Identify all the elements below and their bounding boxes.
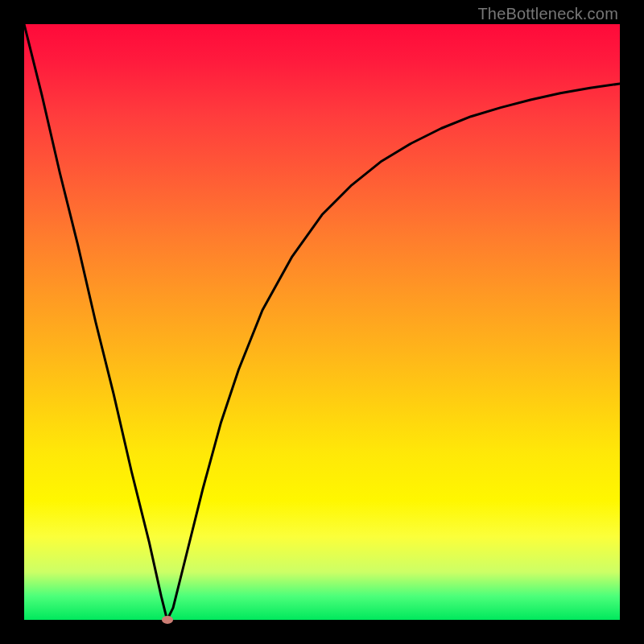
watermark-text: TheBottleneck.com <box>477 5 618 23</box>
minimum-marker <box>162 616 173 624</box>
curve-svg <box>24 24 620 620</box>
plot-area <box>24 24 620 620</box>
bottleneck-curve <box>24 24 620 620</box>
chart-frame: TheBottleneck.com <box>0 0 644 644</box>
